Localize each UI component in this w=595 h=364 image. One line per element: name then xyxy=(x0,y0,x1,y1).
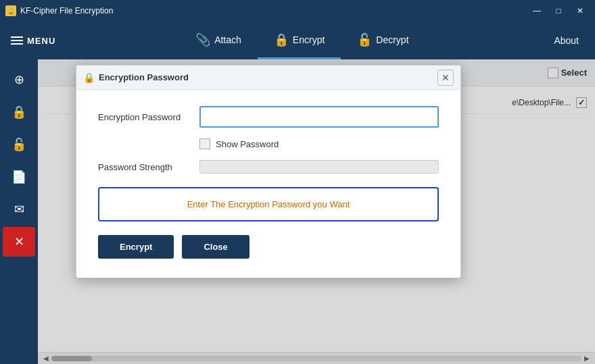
app-icon: 🔒 xyxy=(5,5,16,16)
dialog-body: Encryption Password Show Password Passwo… xyxy=(76,90,460,278)
title-bar-left: 🔒 KF-Cipher File Encryption xyxy=(5,5,113,16)
password-strength-bar xyxy=(199,160,439,174)
password-input-wrap xyxy=(199,106,439,128)
password-input[interactable] xyxy=(199,106,439,128)
app-title: KF-Cipher File Encryption xyxy=(20,6,113,16)
strength-label: Password Strength xyxy=(98,162,199,172)
minimize-button[interactable]: — xyxy=(527,3,546,18)
content-area: Select e\Desktop\File... ✓ ◀ ▶ xyxy=(38,59,595,364)
encrypt-icon: 🔒 xyxy=(274,32,289,47)
strength-row: Password Strength xyxy=(98,160,439,174)
close-dialog-button[interactable]: Close xyxy=(182,235,249,259)
sidebar-item-file[interactable]: 📄 xyxy=(3,162,35,192)
hint-box: Enter The Encryption Password you Want xyxy=(98,187,439,222)
dialog-title-bar: 🔒 Encryption Password ✕ xyxy=(76,66,460,90)
sidebar-item-encrypt[interactable]: 🔒 xyxy=(3,97,35,127)
hamburger-icon xyxy=(11,36,23,45)
tab-encrypt-label: Encrypt xyxy=(293,34,325,45)
password-label: Encryption Password xyxy=(98,112,199,122)
close-window-button[interactable]: ✕ xyxy=(571,3,590,18)
encryption-password-dialog: 🔒 Encryption Password ✕ Encryption Passw… xyxy=(76,65,461,278)
tab-decrypt-label: Decrypt xyxy=(376,34,408,45)
menu-label: MENU xyxy=(27,36,55,46)
tab-attach-label: Attach xyxy=(214,34,241,45)
title-bar-controls: — □ ✕ xyxy=(527,3,590,18)
dialog-lock-icon: 🔒 xyxy=(83,72,95,83)
about-link[interactable]: About xyxy=(538,22,595,59)
dialog-title-left: 🔒 Encryption Password xyxy=(83,72,189,83)
dialog-actions: Encrypt Close xyxy=(98,235,439,261)
sidebar-item-add[interactable]: ⊕ xyxy=(3,65,35,95)
unlock-icon: 🔓 xyxy=(11,137,26,152)
decrypt-icon: 🔓 xyxy=(357,32,372,47)
hint-text: Enter The Encryption Password you Want xyxy=(187,199,350,209)
dialog-close-button[interactable]: ✕ xyxy=(437,70,454,86)
tab-attach[interactable]: 📎 Attach xyxy=(179,22,258,59)
app-container: MENU 📎 Attach 🔒 Encrypt 🔓 Decrypt About xyxy=(0,22,595,364)
about-label: About xyxy=(554,35,579,46)
nav-tabs: 📎 Attach 🔒 Encrypt 🔓 Decrypt xyxy=(66,22,538,59)
password-field-row: Encryption Password xyxy=(98,106,439,128)
lock-icon: 🔒 xyxy=(11,105,26,120)
sidebar-item-remove[interactable]: ✕ xyxy=(3,227,35,257)
sidebar-item-mail[interactable]: ✉ xyxy=(3,194,35,224)
dialog-title: Encryption Password xyxy=(99,72,189,82)
tab-encrypt[interactable]: 🔒 Encrypt xyxy=(258,22,341,59)
remove-icon: ✕ xyxy=(14,234,24,249)
maximize-button[interactable]: □ xyxy=(549,3,568,18)
sidebar: ⊕ 🔒 🔓 📄 ✉ ✕ xyxy=(0,59,38,364)
mail-icon: ✉ xyxy=(14,202,24,217)
show-password-label[interactable]: Show Password xyxy=(216,139,279,149)
show-password-checkbox[interactable] xyxy=(199,138,210,149)
encrypt-button[interactable]: Encrypt xyxy=(98,235,174,259)
add-icon: ⊕ xyxy=(14,72,24,87)
nav-bar: MENU 📎 Attach 🔒 Encrypt 🔓 Decrypt About xyxy=(0,22,595,59)
dialog-overlay: 🔒 Encryption Password ✕ Encryption Passw… xyxy=(38,59,595,364)
attach-icon: 📎 xyxy=(195,32,210,47)
show-password-row: Show Password xyxy=(199,138,439,149)
menu-button[interactable]: MENU xyxy=(0,22,66,59)
title-bar: 🔒 KF-Cipher File Encryption — □ ✕ xyxy=(0,0,595,22)
main-area: ⊕ 🔒 🔓 📄 ✉ ✕ Select xyxy=(0,59,595,364)
file-icon: 📄 xyxy=(11,170,26,184)
tab-decrypt[interactable]: 🔓 Decrypt xyxy=(341,22,425,59)
sidebar-item-decrypt[interactable]: 🔓 xyxy=(3,130,35,159)
